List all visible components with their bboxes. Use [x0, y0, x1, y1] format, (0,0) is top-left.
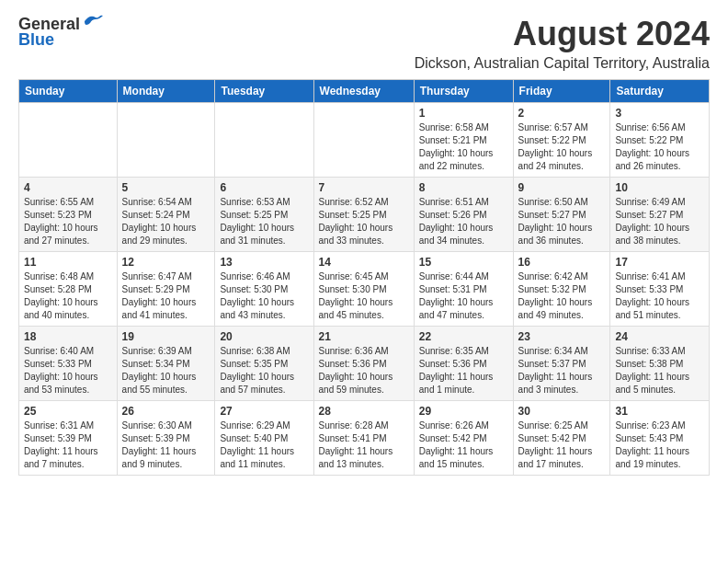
- calendar-cell: 20Sunrise: 6:38 AM Sunset: 5:35 PM Dayli…: [215, 327, 313, 401]
- day-number: 30: [518, 405, 606, 418]
- day-number: 10: [615, 181, 704, 194]
- day-info: Sunrise: 6:39 AM Sunset: 5:34 PM Dayligh…: [122, 345, 210, 396]
- calendar-cell: 13Sunrise: 6:46 AM Sunset: 5:30 PM Dayli…: [215, 252, 313, 327]
- calendar-cell: 14Sunrise: 6:45 AM Sunset: 5:30 PM Dayli…: [313, 252, 414, 327]
- calendar-cell: 24Sunrise: 6:33 AM Sunset: 5:38 PM Dayli…: [610, 327, 710, 401]
- day-info: Sunrise: 6:55 AM Sunset: 5:23 PM Dayligh…: [24, 196, 112, 247]
- calendar-cell: 19Sunrise: 6:39 AM Sunset: 5:34 PM Dayli…: [117, 327, 215, 401]
- calendar-week-row: 4Sunrise: 6:55 AM Sunset: 5:23 PM Daylig…: [19, 178, 710, 252]
- day-info: Sunrise: 6:57 AM Sunset: 5:22 PM Dayligh…: [518, 121, 606, 173]
- day-info: Sunrise: 6:41 AM Sunset: 5:33 PM Dayligh…: [615, 270, 704, 322]
- day-number: 21: [319, 330, 409, 343]
- day-info: Sunrise: 6:34 AM Sunset: 5:37 PM Dayligh…: [518, 345, 606, 396]
- calendar-cell: 7Sunrise: 6:52 AM Sunset: 5:25 PM Daylig…: [313, 178, 414, 252]
- day-info: Sunrise: 6:58 AM Sunset: 5:21 PM Dayligh…: [419, 121, 508, 173]
- day-number: 6: [220, 181, 308, 194]
- calendar-table: SundayMondayTuesdayWednesdayThursdayFrid…: [18, 79, 710, 476]
- calendar-header-tuesday: Tuesday: [215, 80, 313, 103]
- day-number: 24: [615, 330, 704, 343]
- calendar-cell: [117, 103, 215, 178]
- day-number: 23: [518, 330, 606, 343]
- day-info: Sunrise: 6:48 AM Sunset: 5:28 PM Dayligh…: [24, 270, 112, 322]
- calendar-cell: [19, 103, 118, 178]
- day-number: 11: [24, 256, 112, 269]
- day-info: Sunrise: 6:51 AM Sunset: 5:26 PM Dayligh…: [419, 196, 508, 247]
- day-info: Sunrise: 6:30 AM Sunset: 5:39 PM Dayligh…: [122, 419, 210, 471]
- day-info: Sunrise: 6:46 AM Sunset: 5:30 PM Dayligh…: [220, 270, 308, 322]
- calendar-cell: 27Sunrise: 6:29 AM Sunset: 5:40 PM Dayli…: [215, 401, 313, 476]
- calendar-cell: 10Sunrise: 6:49 AM Sunset: 5:27 PM Dayli…: [610, 178, 710, 252]
- header: General Blue August 2024 Dickson, Austra…: [18, 15, 710, 72]
- day-number: 15: [419, 256, 508, 269]
- day-info: Sunrise: 6:29 AM Sunset: 5:40 PM Dayligh…: [220, 419, 308, 471]
- page-subtitle: Dickson, Australian Capital Territory, A…: [415, 55, 710, 72]
- calendar-cell: 6Sunrise: 6:53 AM Sunset: 5:25 PM Daylig…: [215, 178, 313, 252]
- calendar-header-thursday: Thursday: [414, 80, 513, 103]
- page-title: August 2024: [415, 15, 710, 53]
- day-number: 2: [518, 107, 606, 120]
- day-info: Sunrise: 6:25 AM Sunset: 5:42 PM Dayligh…: [518, 419, 606, 471]
- day-info: Sunrise: 6:42 AM Sunset: 5:32 PM Dayligh…: [518, 270, 606, 322]
- day-info: Sunrise: 6:54 AM Sunset: 5:24 PM Dayligh…: [122, 196, 210, 247]
- day-number: 29: [419, 405, 508, 418]
- calendar-cell: 28Sunrise: 6:28 AM Sunset: 5:41 PM Dayli…: [313, 401, 414, 476]
- day-number: 25: [24, 405, 112, 418]
- day-info: Sunrise: 6:28 AM Sunset: 5:41 PM Dayligh…: [319, 419, 409, 471]
- day-number: 1: [419, 107, 508, 120]
- calendar-cell: 31Sunrise: 6:23 AM Sunset: 5:43 PM Dayli…: [610, 401, 710, 476]
- calendar-header-row: SundayMondayTuesdayWednesdayThursdayFrid…: [19, 80, 710, 103]
- calendar-cell: [215, 103, 313, 178]
- day-number: 5: [122, 181, 210, 194]
- day-number: 26: [122, 405, 210, 418]
- day-info: Sunrise: 6:52 AM Sunset: 5:25 PM Dayligh…: [319, 196, 409, 247]
- calendar-week-row: 18Sunrise: 6:40 AM Sunset: 5:33 PM Dayli…: [19, 327, 710, 401]
- day-number: 13: [220, 256, 308, 269]
- calendar-header-wednesday: Wednesday: [313, 80, 414, 103]
- calendar-cell: 18Sunrise: 6:40 AM Sunset: 5:33 PM Dayli…: [19, 327, 118, 401]
- calendar-cell: 11Sunrise: 6:48 AM Sunset: 5:28 PM Dayli…: [19, 252, 118, 327]
- day-number: 28: [319, 405, 409, 418]
- calendar-cell: 9Sunrise: 6:50 AM Sunset: 5:27 PM Daylig…: [513, 178, 610, 252]
- day-info: Sunrise: 6:33 AM Sunset: 5:38 PM Dayligh…: [615, 345, 704, 396]
- day-number: 27: [220, 405, 308, 418]
- calendar-header-monday: Monday: [117, 80, 215, 103]
- day-number: 17: [615, 256, 704, 269]
- calendar-cell: 22Sunrise: 6:35 AM Sunset: 5:36 PM Dayli…: [414, 327, 513, 401]
- day-number: 18: [24, 330, 112, 343]
- calendar-cell: 30Sunrise: 6:25 AM Sunset: 5:42 PM Dayli…: [513, 401, 610, 476]
- day-number: 22: [419, 330, 508, 343]
- calendar-cell: 12Sunrise: 6:47 AM Sunset: 5:29 PM Dayli…: [117, 252, 215, 327]
- day-number: 12: [122, 256, 210, 269]
- day-info: Sunrise: 6:36 AM Sunset: 5:36 PM Dayligh…: [319, 345, 409, 396]
- calendar-week-row: 11Sunrise: 6:48 AM Sunset: 5:28 PM Dayli…: [19, 252, 710, 327]
- day-info: Sunrise: 6:23 AM Sunset: 5:43 PM Dayligh…: [615, 419, 704, 471]
- calendar-cell: [313, 103, 414, 178]
- day-info: Sunrise: 6:31 AM Sunset: 5:39 PM Dayligh…: [24, 419, 112, 471]
- day-number: 31: [615, 405, 704, 418]
- day-info: Sunrise: 6:47 AM Sunset: 5:29 PM Dayligh…: [122, 270, 210, 322]
- calendar-cell: 26Sunrise: 6:30 AM Sunset: 5:39 PM Dayli…: [117, 401, 215, 476]
- calendar-cell: 29Sunrise: 6:26 AM Sunset: 5:42 PM Dayli…: [414, 401, 513, 476]
- day-number: 14: [319, 256, 409, 269]
- calendar-header-sunday: Sunday: [19, 80, 118, 103]
- calendar-week-row: 25Sunrise: 6:31 AM Sunset: 5:39 PM Dayli…: [19, 401, 710, 476]
- calendar-cell: 25Sunrise: 6:31 AM Sunset: 5:39 PM Dayli…: [19, 401, 118, 476]
- calendar-cell: 5Sunrise: 6:54 AM Sunset: 5:24 PM Daylig…: [117, 178, 215, 252]
- day-info: Sunrise: 6:40 AM Sunset: 5:33 PM Dayligh…: [24, 345, 112, 396]
- bird-icon: [83, 14, 103, 29]
- day-info: Sunrise: 6:53 AM Sunset: 5:25 PM Dayligh…: [220, 196, 308, 247]
- calendar-header-friday: Friday: [513, 80, 610, 103]
- day-number: 7: [319, 181, 409, 194]
- calendar-cell: 16Sunrise: 6:42 AM Sunset: 5:32 PM Dayli…: [513, 252, 610, 327]
- title-area: August 2024 Dickson, Australian Capital …: [415, 15, 710, 72]
- calendar-cell: 1Sunrise: 6:58 AM Sunset: 5:21 PM Daylig…: [414, 103, 513, 178]
- calendar-cell: 2Sunrise: 6:57 AM Sunset: 5:22 PM Daylig…: [513, 103, 610, 178]
- day-number: 16: [518, 256, 606, 269]
- day-info: Sunrise: 6:49 AM Sunset: 5:27 PM Dayligh…: [615, 196, 704, 247]
- day-number: 9: [518, 181, 606, 194]
- day-info: Sunrise: 6:26 AM Sunset: 5:42 PM Dayligh…: [419, 419, 508, 471]
- day-info: Sunrise: 6:50 AM Sunset: 5:27 PM Dayligh…: [518, 196, 606, 247]
- day-number: 20: [220, 330, 308, 343]
- calendar-cell: 15Sunrise: 6:44 AM Sunset: 5:31 PM Dayli…: [414, 252, 513, 327]
- calendar-week-row: 1Sunrise: 6:58 AM Sunset: 5:21 PM Daylig…: [19, 103, 710, 178]
